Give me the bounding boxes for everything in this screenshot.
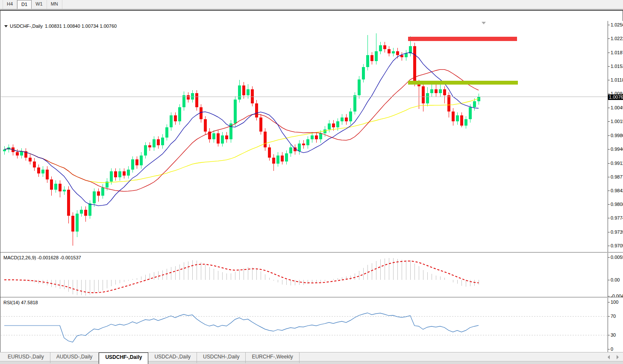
chart-tab-bar: EURUSD-,DailyAUDUSD-,DailyUSDCHF-,DailyU… bbox=[0, 352, 623, 364]
timeframe-button-h4[interactable]: H4 bbox=[3, 0, 17, 9]
price-axis-tick bbox=[608, 121, 610, 122]
rsi-axis-label: 70 bbox=[611, 314, 616, 319]
price-axis-tick bbox=[608, 177, 610, 177]
macd-axis[interactable]: 0.005970.00-0.00424 bbox=[608, 253, 623, 297]
rsi-axis[interactable]: 10070300 bbox=[608, 298, 623, 354]
price-chart-canvas[interactable] bbox=[1, 21, 608, 252]
price-axis-tick bbox=[608, 232, 610, 232]
timeframe-button-w1[interactable]: W1 bbox=[32, 0, 47, 9]
rsi-axis-label: 100 bbox=[611, 299, 618, 305]
price-axis-label: 0.98080 bbox=[611, 202, 623, 207]
price-axis-label: 0.98770 bbox=[611, 174, 623, 179]
price-axis-tick bbox=[608, 163, 610, 164]
price-axis-tick bbox=[608, 53, 610, 53]
rsi-pane[interactable]: RSI(14) 47.5818 bbox=[1, 298, 608, 354]
chart-window: USDCHF-,Daily 1.00831 1.00840 1.00734 1.… bbox=[0, 10, 623, 352]
price-axis-tick bbox=[608, 135, 610, 136]
price-axis-tick bbox=[608, 108, 610, 108]
macd-axis-label: 0.00 bbox=[611, 277, 620, 282]
timeframe-button-d1[interactable]: D1 bbox=[17, 0, 32, 9]
timeframe-button-mn[interactable]: MN bbox=[47, 0, 62, 9]
zone-support[interactable] bbox=[408, 81, 518, 84]
chart-tab-usdcnh-daily[interactable]: USDCNH-,Daily bbox=[197, 352, 246, 363]
chart-tab-eurchf-weekly[interactable]: EURCHF-,Weekly bbox=[246, 352, 299, 363]
rsi-axis-tick bbox=[608, 335, 610, 335]
price-axis-label: 0.99110 bbox=[611, 161, 623, 166]
price-axis-tick bbox=[608, 149, 610, 150]
rsi-label: RSI(14) 47.5818 bbox=[3, 300, 38, 305]
rsi-axis-tick bbox=[608, 316, 610, 317]
price-axis-label: 0.99460 bbox=[611, 147, 623, 152]
chart-ohlc-values: 1.00831 1.00840 1.00734 1.00760 bbox=[45, 23, 117, 29]
price-axis-tick bbox=[608, 218, 610, 218]
tab-scroll-left-icon[interactable] bbox=[608, 355, 610, 359]
rsi-axis-tick bbox=[608, 302, 610, 302]
price-axis-tick bbox=[608, 66, 610, 67]
rsi-axis-label: 30 bbox=[611, 332, 616, 338]
chart-dropdown-icon[interactable] bbox=[4, 25, 8, 27]
zone-resistance[interactable] bbox=[408, 37, 517, 41]
price-axis-label: 1.00150 bbox=[611, 119, 623, 124]
chart-symbol-label: USDCHF-,Daily bbox=[10, 23, 43, 29]
rsi-value: 47.5818 bbox=[21, 300, 38, 305]
price-axis-label: 1.00490 bbox=[611, 105, 623, 110]
chart-tab-usdcad-daily[interactable]: USDCAD-,Daily bbox=[148, 352, 197, 363]
price-axis-tick bbox=[608, 246, 610, 246]
price-axis-label: 1.02560 bbox=[611, 22, 623, 27]
price-axis-label: 0.99800 bbox=[611, 133, 623, 138]
macd-axis-tick bbox=[608, 296, 610, 296]
price-axis-label: 1.02220 bbox=[611, 36, 623, 41]
price-axis-label: 0.97050 bbox=[611, 243, 623, 248]
chart-tab-usdchf-daily[interactable]: USDCHF-,Daily bbox=[99, 352, 148, 364]
price-axis-label: 1.01180 bbox=[611, 77, 623, 82]
price-axis[interactable]: 1.025601.022201.018701.015301.011801.008… bbox=[608, 21, 623, 252]
current-price-tag: 1.00760 bbox=[608, 94, 623, 100]
price-axis-label: 0.97740 bbox=[611, 215, 623, 220]
price-axis-tick bbox=[608, 38, 610, 39]
macd-axis-tick bbox=[608, 280, 610, 280]
macd-pane[interactable]: MACD(12,26,9) -0.001628 -0.001537 bbox=[1, 253, 608, 297]
price-axis-label: 1.01530 bbox=[611, 64, 623, 69]
macd-axis-label: 0.00597 bbox=[611, 255, 623, 260]
mt4-application: H4D1W1MN USDCHF-,Daily 1.00831 1.00840 1… bbox=[0, 0, 623, 364]
chart-tab-audusd-daily[interactable]: AUDUSD-,Daily bbox=[50, 352, 99, 363]
price-axis-tick bbox=[608, 25, 610, 25]
chart-title: USDCHF-,Daily 1.00831 1.00840 1.00734 1.… bbox=[4, 23, 117, 29]
rsi-axis-tick bbox=[608, 349, 610, 349]
macd-values: -0.001628 -0.001537 bbox=[37, 255, 81, 260]
price-axis-tick bbox=[608, 191, 610, 191]
chart-tab-eurusd-daily[interactable]: EURUSD-,Daily bbox=[2, 352, 50, 363]
price-axis-tick bbox=[608, 204, 610, 205]
macd-axis-tick bbox=[608, 257, 610, 258]
price-axis-label: 0.98420 bbox=[611, 188, 623, 193]
price-axis-label: 1.01870 bbox=[611, 50, 623, 55]
tab-scroll-right-icon[interactable] bbox=[617, 355, 619, 359]
price-axis-label: 0.97390 bbox=[611, 229, 623, 235]
rsi-axis-label: 0 bbox=[611, 346, 613, 352]
timeframe-toolbar: H4D1W1MN bbox=[0, 0, 623, 9]
autoscroll-marker-icon bbox=[482, 22, 486, 24]
price-axis-tick bbox=[608, 80, 610, 80]
macd-label: MACD(12,26,9) -0.001628 -0.001537 bbox=[3, 255, 81, 260]
